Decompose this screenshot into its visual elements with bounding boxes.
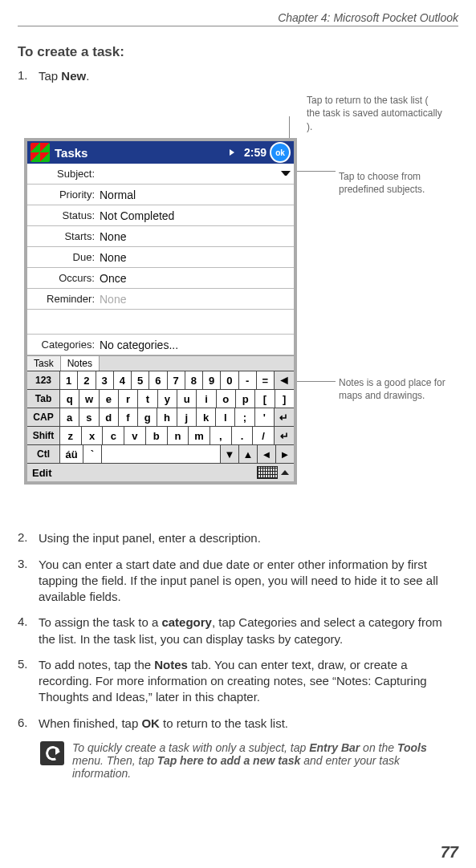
key-cap[interactable]: CAP (27, 408, 60, 426)
step-text: Using the input panel, enter a descripti… (39, 530, 458, 546)
key-shift[interactable]: Shift (27, 427, 60, 444)
label-subject: Subject: (27, 168, 100, 180)
key[interactable]: n (168, 427, 189, 444)
tab-notes[interactable]: Notes (61, 356, 100, 371)
key-tab[interactable]: Tab (27, 390, 60, 408)
page-number: 77 (441, 843, 458, 862)
key[interactable]: k (197, 408, 216, 426)
key[interactable]: ' (255, 408, 275, 426)
key[interactable]: 4 (114, 371, 132, 389)
step-number: 6. (18, 716, 39, 732)
key[interactable]: m (189, 427, 210, 444)
field-reminder[interactable]: None (100, 293, 294, 306)
step-number: 3. (18, 557, 39, 606)
field-starts[interactable]: None (100, 230, 294, 243)
enter-icon[interactable]: ↵ (275, 427, 294, 444)
field-priority[interactable]: Normal (100, 189, 294, 201)
field-status[interactable]: Not Completed (100, 209, 294, 222)
key[interactable]: h (157, 408, 177, 426)
device-screenshot: Tasks 2:59 ok Subject: Priority: Normal … (24, 138, 297, 485)
key[interactable]: c (103, 427, 124, 444)
arrow-right-icon[interactable]: ► (276, 445, 294, 463)
keyboard-icon[interactable] (257, 466, 278, 479)
key[interactable]: 6 (149, 371, 167, 389)
key[interactable]: o (217, 390, 236, 408)
key[interactable]: 9 (203, 371, 221, 389)
step-text: You can enter a start date and due date … (39, 557, 458, 606)
callout-notes: Notes is a good place for maps and drawi… (339, 376, 458, 402)
sip-chooser-icon[interactable] (281, 470, 289, 475)
soft-keyboard[interactable]: 123 1 2 3 4 5 6 7 8 9 0 - = ◄ Tab (27, 371, 294, 463)
key[interactable]: 8 (185, 371, 203, 389)
key[interactable]: 1 (60, 371, 78, 389)
key-accent[interactable]: áü (60, 445, 83, 463)
key[interactable]: u (177, 390, 197, 408)
key[interactable]: 5 (132, 371, 149, 389)
field-occurs[interactable]: Once (100, 272, 294, 285)
key[interactable]: ; (235, 408, 254, 426)
key[interactable]: 7 (168, 371, 185, 389)
edit-menu[interactable]: Edit (32, 467, 52, 479)
key[interactable]: b (146, 427, 168, 444)
label-starts: Starts: (27, 230, 100, 242)
key[interactable]: j (177, 408, 197, 426)
key[interactable]: v (124, 427, 146, 444)
key[interactable]: r (119, 390, 138, 408)
field-categories[interactable]: No categories... (100, 339, 294, 351)
key[interactable]: l (216, 408, 235, 426)
clock: 2:59 (244, 146, 266, 159)
step-number: 4. (18, 614, 39, 647)
key[interactable]: w (79, 390, 99, 408)
key[interactable]: s (79, 408, 99, 426)
label-occurs: Occurs: (27, 272, 100, 284)
key[interactable]: i (197, 390, 216, 408)
step-number: 1. (18, 68, 39, 84)
key[interactable]: 3 (96, 371, 114, 389)
tab-task[interactable]: Task (27, 356, 61, 371)
label-priority: Priority: (27, 189, 100, 201)
key-ctl[interactable]: Ctl (27, 445, 60, 463)
start-icon[interactable] (31, 143, 50, 162)
callout-dropdown: Tap to choose from predefined subjects. (339, 170, 458, 196)
tip-box: To quickly create a task with only a sub… (40, 741, 458, 780)
key[interactable]: ] (275, 390, 294, 408)
label-categories: Categories: (27, 339, 100, 351)
tip-icon (40, 741, 64, 765)
key[interactable]: a (60, 408, 79, 426)
key[interactable]: e (100, 390, 119, 408)
key[interactable]: q (60, 390, 79, 408)
figure: Tap to return to the task list ( the tas… (18, 94, 458, 519)
volume-icon[interactable] (230, 147, 241, 158)
field-due[interactable]: None (100, 251, 294, 264)
label-reminder: Reminder: (27, 293, 100, 305)
ok-button[interactable]: ok (270, 142, 291, 163)
key[interactable]: . (232, 427, 254, 444)
key[interactable]: - (239, 371, 257, 389)
key[interactable]: / (253, 427, 275, 444)
key[interactable]: 0 (221, 371, 238, 389)
key[interactable]: 2 (78, 371, 96, 389)
key-space[interactable] (102, 445, 221, 463)
backspace-icon[interactable]: ◄ (275, 371, 294, 389)
key-123[interactable]: 123 (27, 371, 60, 389)
key-grave[interactable]: ` (83, 445, 102, 463)
key[interactable]: t (138, 390, 157, 408)
arrow-left-icon[interactable]: ◄ (258, 445, 276, 463)
enter-icon[interactable]: ↵ (275, 408, 294, 426)
key[interactable]: [ (255, 390, 275, 408)
key[interactable]: f (119, 408, 138, 426)
key[interactable]: = (257, 371, 275, 389)
step-text: When finished, tap OK to return to the t… (39, 716, 458, 732)
step-text: To add notes, tap the Notes tab. You can… (39, 657, 458, 706)
subject-dropdown-icon[interactable] (281, 169, 291, 179)
key[interactable]: p (236, 390, 255, 408)
key[interactable]: , (210, 427, 232, 444)
key[interactable]: x (82, 427, 104, 444)
arrow-up-icon[interactable]: ▲ (239, 445, 258, 463)
key[interactable]: g (138, 408, 157, 426)
arrow-down-icon[interactable]: ▼ (221, 445, 239, 463)
key[interactable]: d (100, 408, 119, 426)
key[interactable]: y (158, 390, 177, 408)
chapter-header: Chapter 4: Microsoft Pocket Outlook (18, 11, 458, 26)
key[interactable]: z (60, 427, 82, 444)
